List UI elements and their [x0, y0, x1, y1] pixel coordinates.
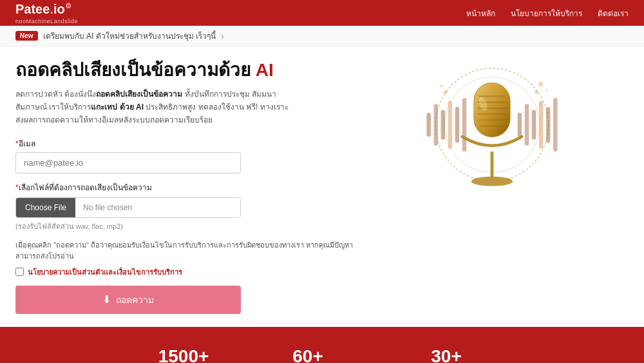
stat-customers: 30+ ลูกค้าที่ให้ความไว้วางใจ: [406, 346, 488, 363]
svg-rect-13: [553, 98, 557, 152]
stat-customers-number: 30+: [406, 346, 488, 363]
left-column: ถอดคลิปเสียงเป็นข้อความด้วย AI ลดการปวดห…: [15, 59, 376, 314]
nav-links: หน้าหลัก นโยบายการให้บริการ ติดต่อเรา: [466, 7, 629, 19]
svg-rect-6: [455, 107, 459, 142]
svg-rect-2: [426, 113, 430, 137]
svg-rect-4: [441, 110, 445, 139]
nav-home[interactable]: หน้าหลัก: [466, 7, 495, 19]
svg-rect-9: [525, 104, 529, 146]
chevron-right-icon: ›: [221, 31, 224, 41]
stat-minutes-number: 1500+: [157, 346, 211, 363]
navbar: Patee.io⚙ nooMachineLandslide หน้าหลัก น…: [0, 0, 644, 26]
stat-minutes: 1500+ นาทีที่ถอดความ: [157, 346, 211, 363]
logo: Patee.io⚙ nooMachineLandslide: [15, 2, 78, 25]
stat-files-number: 60+: [262, 346, 354, 363]
svg-rect-11: [539, 101, 543, 149]
email-label: *อีเมล: [15, 137, 376, 150]
choose-file-button[interactable]: Choose File: [16, 198, 75, 217]
checkbox-row: นโยบายความเป็นส่วนตัวและเงื่อนไขการรับบร…: [15, 266, 376, 278]
logo-sub: nooMachineLandslide: [15, 18, 78, 25]
hero-image: [402, 59, 582, 214]
svg-rect-12: [546, 107, 550, 142]
file-label: *เลือกไฟล์ที่ต้องการถอดเสียงเป็นข้อความ: [15, 181, 376, 193]
email-field[interactable]: [15, 152, 241, 173]
ai-highlight: AI: [256, 60, 274, 80]
nav-policy[interactable]: นโยบายการให้บริการ: [511, 7, 582, 19]
transcribe-button[interactable]: ⬇ ถอดความ: [15, 286, 241, 314]
svg-point-28: [538, 82, 543, 86]
file-chosen-text: No file chosen: [75, 198, 240, 217]
stats-section: 1500+ นาทีที่ถอดความ 60+ ไฟล์เสียงที่ส่ง…: [0, 327, 644, 363]
mic-illustration: [402, 59, 582, 214]
banner: New เตรียมพบกับ AI ตัวใหม่ช่วยสำหรับงานป…: [0, 26, 644, 46]
svg-point-27: [535, 90, 538, 94]
terms-link[interactable]: นโยบายความเป็นส่วนตัวและเงื่อนไขการรับบร…: [28, 266, 182, 278]
page-title: ถอดคลิปเสียงเป็นข้อความด้วย AI: [15, 59, 376, 81]
description: ลดการปวดหัว ต้องนั่งนึงถอดคลิปเสียงเป็นข…: [15, 88, 376, 127]
svg-rect-5: [448, 101, 452, 149]
stat-files: 60+ ไฟล์เสียงที่ส่งเข้ามาในระบบ: [262, 346, 354, 363]
file-hint: (รองรับไฟล์สัดส่วน wav, flac, mp3): [15, 221, 376, 232]
svg-rect-8: [518, 113, 522, 137]
svg-rect-7: [462, 98, 466, 152]
svg-rect-3: [434, 104, 438, 146]
logo-text: Patee.io⚙: [15, 2, 78, 17]
svg-point-29: [545, 89, 548, 92]
transcribe-btn-label: ถอดความ: [116, 293, 154, 307]
download-icon: ⬇: [102, 293, 111, 306]
svg-point-25: [444, 90, 448, 94]
new-badge: New: [15, 31, 38, 41]
file-input-row: Choose File No file chosen: [15, 197, 241, 218]
nav-contact[interactable]: ติดต่อเรา: [598, 7, 629, 19]
right-column: [389, 59, 595, 314]
svg-point-23: [471, 177, 513, 186]
terms-checkbox[interactable]: [15, 268, 24, 276]
main-section: ถอดคลิปเสียงเป็นข้อความด้วย AI ลดการปวดห…: [0, 46, 644, 314]
svg-point-26: [440, 85, 443, 88]
svg-rect-10: [532, 110, 536, 139]
banner-text: เตรียมพบกับ AI ตัวใหม่ช่วยสำหรับงานประชุ…: [43, 30, 216, 42]
svg-rect-15: [474, 83, 509, 137]
terms-row: เมื่อคุณคลิก "ถอดความ" ถือว่าคุณยอมรับเง…: [15, 240, 376, 262]
